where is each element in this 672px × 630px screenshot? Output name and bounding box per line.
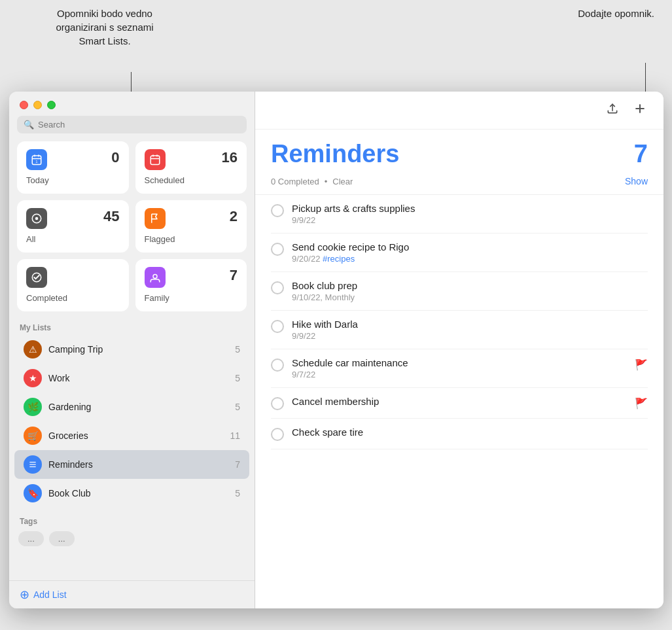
- bookclub-count: 5: [235, 488, 240, 499]
- smart-lists-annotation: Opomniki bodo vednoorganizirani s seznam…: [33, 7, 177, 48]
- reminders-header: Reminders 7: [255, 130, 663, 173]
- reminder-item-7: Check spare tire: [271, 419, 648, 449]
- reminder-item-1: Pickup arts & crafts supplies 9/9/22: [271, 195, 648, 234]
- all-icon: [26, 208, 47, 229]
- reminder-item-4: Hike with Darla 9/9/22: [271, 311, 648, 349]
- add-reminder-annotation: Dodajte opomnik.: [537, 7, 654, 20]
- reminder-list: Pickup arts & crafts supplies 9/9/22 Sen…: [255, 195, 663, 608]
- reminder-title-4: Hike with Darla: [292, 319, 648, 330]
- gardening-name: Gardening: [48, 402, 228, 412]
- reminder-checkbox-2[interactable]: [271, 243, 284, 256]
- work-name: Work: [48, 373, 228, 383]
- tag-item-2[interactable]: ...: [49, 531, 75, 546]
- scheduled-count: 16: [222, 149, 238, 166]
- reminder-subtitle-1: 9/9/22: [292, 215, 648, 225]
- reminder-flag-6: 🚩: [635, 397, 648, 410]
- tags-section-label: Tags: [9, 513, 255, 529]
- gardening-icon: 🌿: [24, 398, 42, 416]
- completed-bar: 0 Completed • Clear Show: [255, 173, 663, 195]
- reminder-text-1: Pickup arts & crafts supplies 9/9/22: [292, 203, 648, 225]
- svg-text:1: 1: [35, 160, 38, 164]
- sidebar: 🔍 1 Today 0 Scheduled 16: [9, 92, 255, 608]
- family-icon: [145, 267, 166, 288]
- reminder-checkbox-6[interactable]: [271, 397, 284, 410]
- reminders-name: Reminders: [48, 459, 228, 470]
- app-window: 🔍 1 Today 0 Scheduled 16: [9, 92, 663, 608]
- camping-count: 5: [235, 344, 240, 355]
- maximize-button[interactable]: [47, 101, 56, 109]
- reminder-item-6: Cancel membership 🚩: [271, 388, 648, 419]
- add-reminder-button[interactable]: [629, 99, 650, 121]
- smart-card-family[interactable]: Family 7: [135, 259, 247, 311]
- smart-grid: 1 Today 0 Scheduled 16 All 45: [9, 141, 255, 319]
- all-count: 45: [103, 208, 119, 225]
- work-count: 5: [235, 373, 240, 383]
- my-lists-section-label: My Lists: [9, 319, 255, 335]
- reminder-subtitle-4: 9/9/22: [292, 331, 648, 341]
- lists-container: ⚠ Camping Trip 5 ★ Work 5 🌿 Gardening 5 …: [9, 335, 255, 508]
- add-list-label: Add List: [33, 589, 67, 600]
- bookclub-icon: 🔖: [24, 484, 42, 502]
- gardening-count: 5: [235, 402, 240, 412]
- today-count: 0: [111, 149, 119, 166]
- list-item-gardening[interactable]: 🌿 Gardening 5: [14, 393, 249, 421]
- completed-label: Completed: [26, 293, 120, 303]
- reminder-text-7: Check spare tire: [292, 427, 648, 438]
- list-item-reminders[interactable]: Reminders 7: [14, 450, 249, 479]
- flagged-icon: [145, 208, 166, 229]
- reminder-subtitle-2: 9/20/22 #recipes: [292, 254, 648, 264]
- smart-card-today[interactable]: 1 Today 0: [17, 141, 129, 194]
- tag-item[interactable]: ...: [18, 531, 44, 546]
- clear-button[interactable]: Clear: [332, 177, 353, 186]
- list-item-camping[interactable]: ⚠ Camping Trip 5: [14, 335, 249, 364]
- all-label: All: [26, 234, 120, 244]
- reminder-title-5: Schedule car maintenance: [292, 357, 627, 368]
- reminder-tag-2: #recipes: [323, 254, 355, 264]
- minimize-button[interactable]: [33, 101, 42, 109]
- scheduled-label: Scheduled: [145, 175, 238, 185]
- reminder-item-2: Send cookie recipe to Rigo 9/20/22 #reci…: [271, 234, 648, 272]
- titlebar: [9, 92, 255, 116]
- reminder-checkbox-7[interactable]: [271, 428, 284, 441]
- smart-card-completed[interactable]: Completed: [17, 259, 129, 311]
- reminder-checkbox-3[interactable]: [271, 281, 284, 294]
- camping-icon: ⚠: [24, 340, 42, 359]
- show-button[interactable]: Show: [625, 176, 648, 186]
- reminder-date-2: 9/20/22: [292, 254, 320, 264]
- reminder-flag-5: 🚩: [635, 359, 648, 371]
- reminders-icon: [24, 455, 42, 474]
- smart-card-scheduled[interactable]: Scheduled 16: [135, 141, 247, 194]
- svg-point-10: [35, 217, 39, 220]
- groceries-count: 11: [230, 430, 240, 441]
- list-item-groceries[interactable]: 🛒 Groceries 11: [14, 421, 249, 450]
- smart-card-flagged[interactable]: Flagged 2: [135, 200, 247, 253]
- reminder-title-1: Pickup arts & crafts supplies: [292, 203, 648, 214]
- reminder-subtitle-3: 9/10/22, Monthly: [292, 292, 648, 302]
- reminders-count: 7: [235, 459, 240, 470]
- reminder-text-2: Send cookie recipe to Rigo 9/20/22 #reci…: [292, 241, 648, 264]
- tags-container: ... ...: [9, 529, 255, 549]
- search-bar[interactable]: 🔍: [17, 116, 247, 133]
- reminders-title: Reminders: [271, 140, 399, 168]
- scheduled-icon: [145, 149, 166, 170]
- smart-card-all[interactable]: All 45: [17, 200, 129, 253]
- flagged-label: Flagged: [145, 234, 238, 244]
- list-item-bookclub[interactable]: 🔖 Book Club 5: [14, 479, 249, 508]
- reminder-checkbox-4[interactable]: [271, 320, 284, 333]
- reminder-title-7: Check spare tire: [292, 427, 648, 438]
- family-count: 7: [230, 267, 238, 284]
- list-item-work[interactable]: ★ Work 5: [14, 364, 249, 393]
- bookclub-name: Book Club: [48, 488, 228, 499]
- reminder-checkbox-5[interactable]: [271, 359, 284, 372]
- svg-rect-5: [150, 156, 160, 165]
- add-list-button[interactable]: ⊕ Add List: [9, 580, 255, 608]
- flagged-count: 2: [230, 208, 238, 225]
- reminder-checkbox-1[interactable]: [271, 204, 284, 217]
- work-icon: ★: [24, 369, 42, 387]
- close-button[interactable]: [20, 101, 28, 109]
- svg-point-12: [153, 275, 157, 279]
- reminder-title-3: Book club prep: [292, 280, 648, 291]
- share-button[interactable]: [602, 99, 623, 121]
- search-input[interactable]: [38, 120, 240, 130]
- reminder-text-6: Cancel membership: [292, 396, 627, 407]
